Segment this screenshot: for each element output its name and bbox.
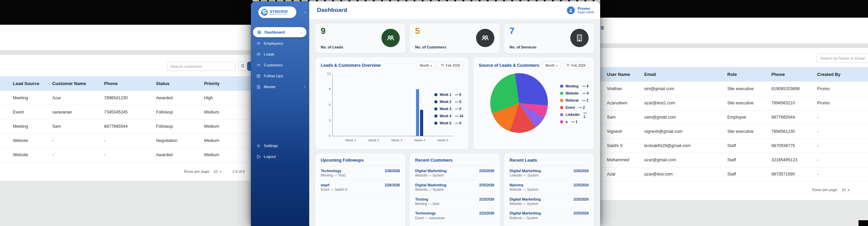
brand-logo: SYNGRID Digital Solution Architects bbox=[258, 6, 296, 18]
sidebar-item-label: Logout bbox=[264, 155, 276, 159]
search-users-input[interactable] bbox=[816, 54, 868, 63]
period-select[interactable]: Month bbox=[542, 62, 561, 69]
left-window-separator bbox=[0, 50, 258, 55]
table-cell: Sam bbox=[600, 110, 644, 124]
list-item-date: 2/23/2026 bbox=[479, 197, 494, 206]
list-item-date: 2/26/2026 bbox=[573, 168, 589, 178]
sidebar-item-label: Customers bbox=[264, 63, 283, 67]
table-cell: - bbox=[104, 133, 156, 148]
list-item[interactable]: TestingMeeting — Sam2/23/2026 bbox=[415, 194, 494, 209]
table-cell: 7345345245 bbox=[104, 105, 156, 119]
sidebar-item-employees[interactable]: Employees bbox=[251, 38, 309, 49]
list-item-name: Technology bbox=[321, 168, 346, 173]
search-customers-input[interactable] bbox=[167, 62, 236, 71]
list-item-name: Digital Marketting bbox=[510, 197, 541, 202]
sidebar-item-master[interactable]: Master› bbox=[251, 81, 309, 92]
list-item-detail: Website — System bbox=[415, 187, 446, 192]
table-row[interactable]: MeetingSam8877665544FollowupMedium bbox=[0, 119, 258, 133]
sidebar-item-label: Master bbox=[264, 85, 276, 89]
table-row[interactable]: Mohammedazar@gmail.comStaff32165495123- bbox=[600, 153, 868, 167]
list-item[interactable]: Digital MarkettingWebsite — System2/25/2… bbox=[415, 180, 494, 194]
dashboard-grid-icon bbox=[257, 30, 261, 35]
table-row[interactable]: Azarudeenazar@test1.comSite executive789… bbox=[600, 96, 868, 110]
table-row[interactable]: Vigneshvignesh@gmail.comSite executive78… bbox=[600, 124, 868, 139]
table-cell: - bbox=[104, 148, 156, 162]
table-cell: High bbox=[204, 91, 258, 105]
list-item-detail: Referral — System bbox=[510, 216, 541, 221]
x-axis-label: Week 2 bbox=[368, 138, 379, 142]
legend-value: — 0 bbox=[455, 121, 461, 125]
table-cell: 919085203698 bbox=[771, 82, 817, 96]
people-icon bbox=[476, 29, 494, 47]
gear-icon bbox=[256, 144, 261, 148]
sidebar-item-customers[interactable]: Customers bbox=[251, 60, 309, 70]
list-item[interactable]: Digital MarkettingWebsite — System2/25/2… bbox=[415, 166, 494, 180]
date-picker[interactable]: Feb 2026 bbox=[563, 62, 589, 69]
table-row[interactable]: Vinithanvini@gmail.comSite executive9190… bbox=[600, 82, 868, 96]
sidebar-item-logout[interactable]: Logout bbox=[251, 151, 309, 162]
y-axis-tick: 0 bbox=[324, 134, 331, 138]
sidebar-item-leads[interactable]: Leads bbox=[251, 49, 309, 60]
user-menu[interactable]: Promo Super Admin bbox=[567, 6, 594, 14]
list-item-date: 2/25/2026 bbox=[479, 183, 494, 192]
list-item[interactable]: Testing bbox=[510, 223, 589, 226]
legend-item: Week 4— 14 bbox=[434, 112, 463, 120]
list-item[interactable]: wqefEvent — Sakthi S2/26/2026 bbox=[321, 180, 400, 194]
legend-value: — 0 bbox=[455, 100, 461, 104]
table-row[interactable]: Sakthi Stestsakthi29@gmail.comStaff88709… bbox=[600, 139, 868, 153]
bar-customers bbox=[420, 110, 423, 136]
table-cell: - bbox=[817, 167, 868, 181]
table-row[interactable]: Website--AwardedMedium bbox=[0, 148, 258, 162]
column-header: Created By bbox=[817, 67, 868, 82]
legend-label: Week 2 bbox=[440, 100, 451, 104]
period-select[interactable]: Month bbox=[417, 62, 435, 69]
list-item-detail: Meeting — Sam bbox=[415, 202, 439, 206]
table-cell: Meeting bbox=[0, 119, 52, 133]
list-item[interactable]: TechnologyMeeting — Test12/26/2026 bbox=[321, 166, 400, 180]
stat-value: 5 bbox=[415, 27, 446, 35]
list-item[interactable]: Digital MarkettingWebsite — System2/25/2… bbox=[510, 194, 589, 209]
chevron-down-icon[interactable] bbox=[848, 188, 849, 192]
legend-label: Week 3 bbox=[440, 107, 451, 111]
list-card-title: Recent Leads bbox=[510, 158, 589, 166]
legend-item: Week 2— 0 bbox=[434, 98, 463, 105]
chevron-down-icon bbox=[431, 64, 432, 67]
charts-row: Leads & Customers Overview Month bbox=[315, 57, 594, 149]
sidebar-item-dashboard[interactable]: Dashboard→ bbox=[253, 27, 307, 37]
table-header-row: User NameEmailRolePhoneCreated By bbox=[600, 67, 868, 82]
table-row[interactable]: Azarazar@test.comStaff9873571590- bbox=[600, 167, 868, 181]
date-picker[interactable]: Feb 2026 bbox=[438, 62, 463, 69]
list-card-title: Upcoming Followups bbox=[321, 158, 400, 166]
list-item-name: Digital Marketting bbox=[510, 168, 541, 173]
table-cell: saravanan bbox=[52, 105, 104, 119]
table-cell: - bbox=[52, 133, 104, 148]
table-row[interactable]: MeetingAzar7896541230AwardedHigh bbox=[0, 91, 258, 105]
rows-per-page-value[interactable]: 10 bbox=[842, 188, 846, 192]
legend-dot-icon bbox=[560, 113, 563, 116]
chart-title: Source of Leads & Customers bbox=[479, 63, 539, 68]
legend-value: — 2 bbox=[579, 106, 585, 109]
table-cell: Medium bbox=[204, 119, 258, 133]
users-list-window: s User NameEmailRolePhoneCreated ByVinit… bbox=[600, 0, 868, 226]
legend-label: Event bbox=[566, 106, 575, 109]
table-cell: Meeting bbox=[0, 91, 52, 105]
table-row[interactable]: Website--NegotiationMedium bbox=[0, 133, 258, 148]
list-item[interactable]: Digital MarkettingReferral — System2/25/… bbox=[510, 208, 589, 223]
table-cell: 8877665544 bbox=[771, 110, 817, 124]
sidebar-item-settings[interactable]: Settings bbox=[251, 140, 309, 151]
list-item[interactable]: Digital MarkettingLinkedin — System2/26/… bbox=[510, 166, 589, 180]
list-item[interactable]: NatomaWebsite — System2/25/2026 bbox=[510, 180, 589, 194]
table-row[interactable]: Samsam@gmail.comEmployee8877665544- bbox=[600, 110, 868, 124]
table-cell: Website bbox=[0, 148, 52, 162]
chevron-down-icon[interactable] bbox=[220, 169, 221, 173]
table-row[interactable]: Eventsaravanan7345345245FollowupMedium bbox=[0, 105, 258, 119]
logout-icon bbox=[256, 155, 261, 159]
pie-chart bbox=[490, 73, 548, 133]
rows-per-page-value[interactable]: 10 bbox=[214, 169, 218, 173]
table-cell: Employee bbox=[727, 110, 771, 124]
list-item[interactable]: TechnologyEvent — saravanan2/23/2026 bbox=[415, 208, 494, 223]
sidebar-collapse-icon[interactable]: ‹ bbox=[304, 9, 306, 15]
sidebar-item-follow-ups[interactable]: Follow Ups bbox=[251, 70, 309, 81]
refresh-button[interactable] bbox=[238, 62, 247, 71]
table-cell: Followup bbox=[156, 105, 204, 119]
